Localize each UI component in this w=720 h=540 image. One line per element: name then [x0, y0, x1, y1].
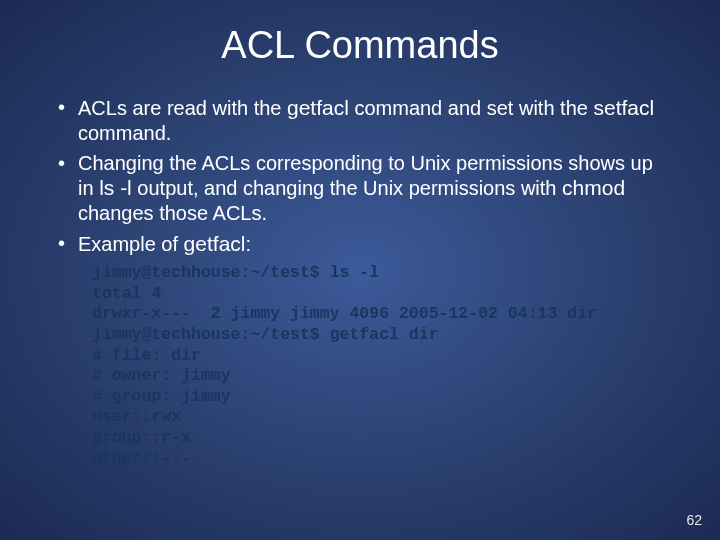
page-number: 62 — [686, 512, 702, 528]
text: command and set with the — [349, 97, 594, 119]
bullet-item: Example of getfacl: — [56, 231, 664, 257]
command-text: setfacl — [593, 96, 654, 119]
bullet-list: ACLs are read with the getfacl command a… — [56, 95, 664, 257]
text: Example of — [78, 233, 184, 255]
text: changes those ACLs. — [78, 202, 267, 224]
text: output, and changing the Unix permission… — [132, 177, 562, 199]
slide: ACL Commands ACLs are read with the getf… — [0, 0, 720, 540]
text: command. — [78, 122, 171, 144]
command-text: ls -l — [99, 176, 132, 199]
text: : — [245, 233, 251, 255]
text: ACLs are read with the — [78, 97, 287, 119]
command-text: getfacl — [184, 232, 246, 255]
command-text: chmod — [562, 176, 625, 199]
slide-title: ACL Commands — [0, 0, 720, 77]
command-text: getfacl — [287, 96, 349, 119]
bullet-item: ACLs are read with the getfacl command a… — [56, 95, 664, 145]
code-example: jimmy@techhouse:~/test$ ls -l total 4 dr… — [92, 263, 720, 469]
bullet-item: Changing the ACLs corresponding to Unix … — [56, 151, 664, 225]
